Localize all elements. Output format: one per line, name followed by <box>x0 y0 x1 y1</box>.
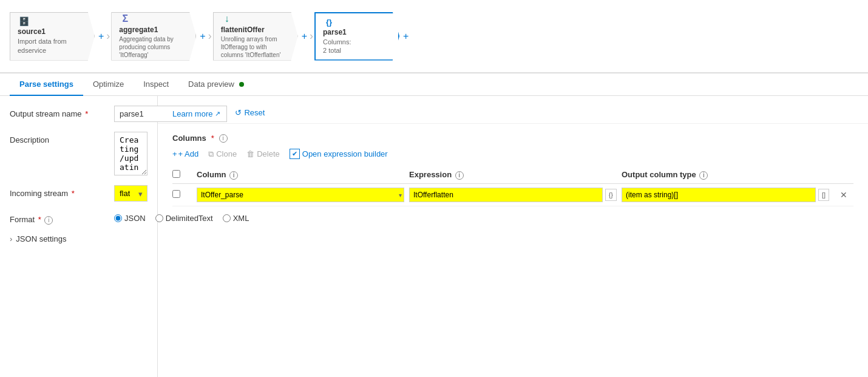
delete-row-button[interactable]: ✕ <box>834 190 853 200</box>
add-after-source1[interactable]: + <box>98 31 104 42</box>
column-info-icon[interactable]: i <box>229 171 238 180</box>
add-after-parse1[interactable]: + <box>403 31 409 42</box>
pipeline-header: 🗄️ source1 Import data fromedservice + ›… <box>0 0 868 73</box>
node-title-aggregate1: aggregate1 <box>119 25 158 34</box>
output-stream-row: Output stream name * <box>10 106 147 122</box>
json-settings-label: JSON settings <box>16 234 66 243</box>
flatten-icon: ↓ <box>221 13 233 24</box>
parse-icon: {} <box>323 18 335 27</box>
tabs-bar: Parse settings Optimize Inspect Data pre… <box>0 73 868 96</box>
columns-label: Columns <box>172 134 206 143</box>
expression-builder-icon: ✔ <box>290 149 300 159</box>
format-json-radio[interactable] <box>114 214 122 222</box>
node-desc-parse1: Columns:2 total <box>323 38 351 55</box>
add-icon: + <box>172 149 177 158</box>
row-checkbox-cell <box>172 190 192 200</box>
expression-builder-btn[interactable]: {} <box>605 189 617 201</box>
column-name-input[interactable] <box>197 188 404 202</box>
learn-more-link[interactable]: Learn more ↗ <box>172 106 220 118</box>
incoming-stream-select[interactable]: flattenitOffer <box>114 185 147 202</box>
required-star-format: * <box>38 215 41 224</box>
format-json-label[interactable]: JSON <box>114 214 146 223</box>
node-title-source1: source1 <box>18 27 46 36</box>
clone-button[interactable]: ⧉ Clone <box>208 149 237 159</box>
type-bracket-btn[interactable]: [] <box>818 189 829 201</box>
pipeline-node-flattenitOffer[interactable]: ↓ flattenitOffer Unrolling arrays fromIt… <box>213 12 298 61</box>
output-stream-label: Output stream name * <box>10 106 107 118</box>
actions-row: Learn more ↗ ↺ Reset <box>158 96 868 124</box>
arrow-1: › <box>106 30 110 42</box>
node-desc-aggregate1: Aggregating data byproducing columns'ItO… <box>119 35 174 59</box>
tab-data-preview[interactable]: Data preview <box>178 73 254 96</box>
column-name-cell: ▾ <box>197 188 404 202</box>
add-after-flattenitOffer[interactable]: + <box>302 31 307 42</box>
tab-inspect[interactable]: Inspect <box>134 73 178 96</box>
required-star-incoming: * <box>72 189 75 198</box>
expression-info-icon[interactable]: i <box>455 171 464 180</box>
output-type-info-icon[interactable]: i <box>699 171 708 180</box>
pipeline-node-parse1[interactable]: {} parse1 Columns:2 total <box>314 12 399 61</box>
node-title-flattenitOffer: flattenitOffer <box>221 25 265 34</box>
tab-optimize[interactable]: Optimize <box>83 73 134 96</box>
header-checkbox-cell <box>172 170 192 180</box>
reset-button[interactable]: ↺ Reset <box>235 106 265 117</box>
add-after-aggregate1[interactable]: + <box>200 31 205 42</box>
source-icon: 🗄️ <box>18 16 30 26</box>
node-desc-flattenitOffer: Unrolling arrays fromItOfferagg to withc… <box>221 35 281 59</box>
columns-section: Columns * i + + Add ⧉ Clone 🗑 <box>158 124 868 377</box>
node-title-parse1: parse1 <box>323 28 347 36</box>
row-checkbox[interactable] <box>172 190 180 198</box>
column-header-column: Column i <box>197 170 404 180</box>
json-settings-collapsible[interactable]: › JSON settings <box>10 234 147 243</box>
columns-toolbar: + + Add ⧉ Clone 🗑 Delete ✔ Open expressi… <box>172 149 853 159</box>
right-content-panel: Learn more ↗ ↺ Reset Columns * i <box>158 96 868 377</box>
format-row: Format * i JSON DelimitedText XM <box>10 211 147 225</box>
open-expression-builder-button[interactable]: ✔ Open expression builder <box>290 149 388 159</box>
columns-info-icon[interactable]: i <box>219 134 228 143</box>
add-column-button[interactable]: + + Add <box>172 149 198 158</box>
format-info-icon[interactable]: i <box>44 216 53 225</box>
node-desc-source1: Import data fromedservice <box>18 37 67 55</box>
expression-cell: {} <box>409 188 617 202</box>
table-row: ▾ {} [] ✕ <box>172 184 853 206</box>
column-header-output-type: Output column type i <box>622 170 829 180</box>
expression-input[interactable] <box>409 188 603 202</box>
pipeline-node-aggregate1[interactable]: Σ aggregate1 Aggregating data byproducin… <box>111 12 196 61</box>
clone-icon: ⧉ <box>208 149 214 159</box>
description-label: Description <box>10 132 107 144</box>
incoming-stream-row: Incoming stream * flattenitOffer ▾ <box>10 185 147 202</box>
description-textarea[interactable]: Creating/updating the columns 'ItOfferfl… <box>114 132 147 175</box>
arrow-2: › <box>208 30 212 42</box>
description-row: Description Creating/updating the column… <box>10 132 147 175</box>
incoming-stream-label: Incoming stream * <box>10 185 107 198</box>
select-all-checkbox[interactable] <box>172 170 180 178</box>
delete-icon: 🗑 <box>246 149 254 158</box>
bottom-section: Output stream name * Description Creatin… <box>0 96 868 377</box>
required-star: * <box>85 109 88 118</box>
output-type-input[interactable] <box>622 188 816 202</box>
reset-icon: ↺ <box>235 108 242 117</box>
columns-label-row: Columns * i <box>172 134 853 143</box>
data-preview-dot <box>239 82 244 87</box>
chevron-right-icon: › <box>10 234 12 243</box>
external-link-icon: ↗ <box>215 110 220 118</box>
arrow-3: › <box>310 30 313 42</box>
tab-parse-settings[interactable]: Parse settings <box>10 73 83 96</box>
aggregate-icon: Σ <box>119 13 131 24</box>
required-star-columns: * <box>211 134 214 143</box>
left-form-panel: Output stream name * Description Creatin… <box>0 96 158 377</box>
pipeline-node-source1[interactable]: 🗄️ source1 Import data fromedservice <box>10 12 95 61</box>
columns-table-header: Column i Expression i Output column type… <box>172 166 853 184</box>
format-label: Format * i <box>10 211 107 225</box>
delete-button[interactable]: 🗑 Delete <box>246 149 280 158</box>
output-type-cell: [] <box>622 188 829 202</box>
column-header-expression: Expression i <box>409 170 617 180</box>
